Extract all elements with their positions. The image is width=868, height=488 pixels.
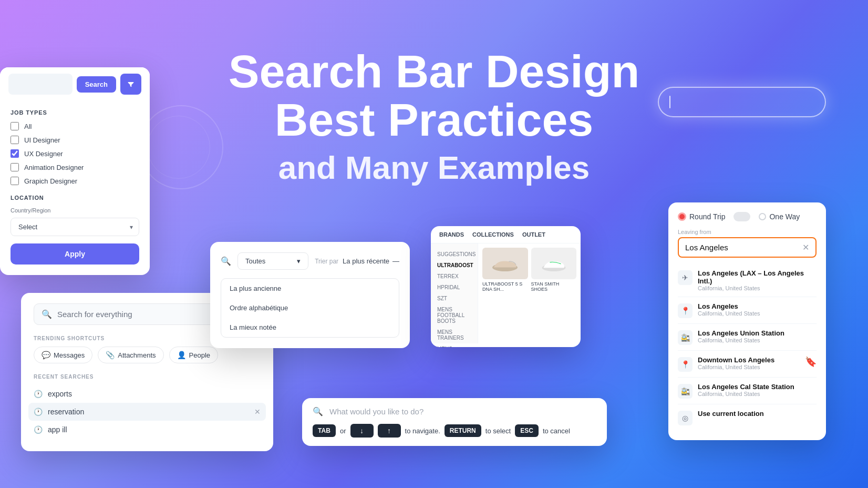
trier-par-label: Trier par	[315, 258, 338, 265]
hero-title-line3: and Many Examples	[229, 149, 640, 186]
result-cal-state-main: Los Angeles Cal State Station California…	[698, 383, 817, 397]
chip-attachments[interactable]: 📎 Attachments	[98, 347, 163, 363]
shoe-svg-1	[489, 253, 521, 274]
station-icon: 🚉	[678, 330, 693, 345]
tab-key: TAB	[313, 424, 336, 437]
command-input-row[interactable]: 🔍 What would you like to do?	[313, 406, 596, 416]
result-la-sub: California, United States	[698, 310, 817, 317]
checkbox-ux-input[interactable]	[11, 149, 19, 158]
apply-button[interactable]: Apply	[11, 243, 139, 265]
result-union-name: Los Angeles Union Station	[698, 329, 817, 337]
shop-nav-collections[interactable]: COLLECTIONS	[472, 231, 514, 238]
chip-messages[interactable]: 💬 Messages	[34, 347, 92, 363]
result-downtown-main: Downtown Los Angeles California, United …	[698, 356, 800, 370]
search-icon-cat: 🔍	[221, 256, 231, 266]
checkbox-graphic[interactable]: Grapich Designer	[11, 177, 139, 185]
result-la-name: Los Angeles	[698, 302, 817, 310]
result-downtown[interactable]: 📍 Downtown Los Angeles California, Unite…	[678, 351, 817, 378]
result-union-station[interactable]: 🚉 Los Angeles Union Station California, …	[678, 324, 817, 351]
product-image-1	[482, 248, 528, 279]
categories-card: 🔍 Toutes ▾ Trier par La plus récente — L…	[210, 242, 410, 348]
checkbox-all-input[interactable]	[11, 122, 19, 130]
result-location-name: Use current location	[698, 410, 817, 418]
checkbox-ui-input[interactable]	[11, 136, 19, 144]
checkbox-graphic-input[interactable]	[11, 177, 19, 185]
sidebar-suggestions[interactable]: SUGGESTIONS	[435, 249, 473, 260]
one-way-option[interactable]: One Way	[759, 212, 800, 221]
checkbox-ui-label: UI Designer	[24, 136, 60, 144]
sort-option-ancienne[interactable]: La plus ancienne	[221, 279, 399, 298]
command-placeholder: What would you like to do?	[329, 407, 423, 416]
circle-decoration-2	[147, 116, 210, 179]
shop-nav-brands[interactable]: BRANDS	[439, 231, 464, 238]
sort-current-value: La plus récente	[343, 257, 389, 265]
country-select[interactable]: Select	[11, 218, 139, 236]
hint-select: to select	[485, 427, 511, 435]
checkbox-animation[interactable]: Animation Designer	[11, 163, 139, 171]
checkbox-animation-input[interactable]	[11, 163, 19, 171]
shoe-svg-2	[538, 253, 570, 274]
leaving-input-wrapper[interactable]: Los Angeles ✕	[678, 237, 817, 258]
search-bar-mini[interactable]	[8, 74, 73, 95]
recent-item-appill[interactable]: 🕐 app ill	[34, 421, 261, 439]
product-stan-smith[interactable]: STAN SMITH SHOES	[531, 248, 577, 339]
sidebar-terrex[interactable]: TERREX	[435, 271, 473, 282]
cursor-blink	[669, 96, 670, 108]
radio-inactive-icon	[759, 213, 766, 220]
product-name-1: ULTRABOOST 5 S DNA SH...	[482, 281, 528, 292]
chip-people-label: People	[189, 351, 210, 359]
categories-all-label: Toutes	[245, 257, 265, 265]
filter-top-bar: Search	[0, 67, 150, 101]
result-union-main: Los Angeles Union Station California, Un…	[698, 329, 817, 343]
checkbox-all[interactable]: All	[11, 122, 139, 130]
hero-title-line1: Search Bar Design	[229, 47, 640, 96]
sort-option-alphabetique[interactable]: Ordre alphabétique	[221, 298, 399, 318]
checkbox-ux-designer[interactable]: UX Designer	[11, 149, 139, 158]
neon-search-bar[interactable]	[658, 87, 826, 117]
filter-body: JOB TYPES All UI Designer UX Designer An…	[0, 101, 150, 275]
sort-dropdown-list: La plus ancienne Ordre alphabétique La m…	[221, 278, 399, 338]
checkbox-animation-label: Animation Designer	[24, 164, 84, 171]
close-icon[interactable]: ✕	[254, 408, 261, 416]
recent-item-exports[interactable]: 🕐 exports	[34, 385, 261, 403]
radio-active-icon	[678, 212, 686, 221]
result-la-city[interactable]: 📍 Los Angeles California, United States	[678, 297, 817, 324]
bookmark-icon[interactable]: 🔖	[805, 356, 817, 368]
round-trip-option[interactable]: Round Trip	[678, 212, 725, 221]
hint-or: or	[340, 427, 346, 435]
sort-value[interactable]: La plus récente —	[343, 257, 399, 265]
result-lax-sub: California, United States	[698, 285, 817, 291]
categories-select[interactable]: Toutes ▾	[237, 252, 308, 270]
checkbox-graphic-label: Grapich Designer	[24, 177, 77, 185]
up-arrow-key: ↑	[378, 424, 401, 438]
toggle-switch[interactable]	[733, 212, 750, 221]
search-button[interactable]: Search	[77, 76, 116, 93]
sort-option-notee[interactable]: La mieux notée	[221, 318, 399, 337]
sidebar-ultraboost[interactable]: ULTRABOOST	[435, 260, 473, 271]
shop-nav-outlet[interactable]: OUTLET	[522, 231, 545, 238]
sidebar-trainers[interactable]: MENS TRAINERS	[435, 327, 473, 343]
recent-item-reservation[interactable]: 🕐 reservation ✕	[28, 403, 266, 421]
result-lax-main: Los Angeles (LAX – Los Angeles Intl.) Ca…	[698, 269, 817, 291]
clear-leaving-button[interactable]: ✕	[802, 242, 809, 252]
sidebar-szt[interactable]: SZT	[435, 293, 473, 304]
leaving-value-text: Los Angeles	[685, 243, 802, 252]
shop-sidebar: SUGGESTIONS ULTRABOOST TERREX HPRIDAL SZ…	[431, 243, 478, 343]
airport-icon: ✈	[678, 270, 693, 285]
clock-icon: 🕐	[34, 390, 43, 398]
chip-people[interactable]: 👤 People	[169, 347, 218, 363]
sidebar-hpridal[interactable]: HPRIDAL	[435, 282, 473, 293]
product-ultraboost[interactable]: ULTRABOOST 5 S DNA SH...	[482, 248, 528, 339]
sidebar-football[interactable]: MENS FOOTBALL BOOTS	[435, 304, 473, 327]
filter-icon-button[interactable]	[120, 74, 141, 95]
round-trip-label: Round Trip	[689, 212, 725, 221]
recent-exports-text: exports	[48, 390, 72, 398]
result-lax[interactable]: ✈ Los Angeles (LAX – Los Angeles Intl.) …	[678, 264, 817, 297]
result-cal-state[interactable]: 🚉 Los Angeles Cal State Station Californ…	[678, 378, 817, 404]
result-current-location[interactable]: ◎ Use current location	[678, 404, 817, 431]
search-icon: 🔍	[42, 309, 52, 319]
shop-nav: BRANDS COLLECTIONS OUTLET	[431, 226, 581, 243]
result-lax-name: Los Angeles (LAX – Los Angeles Intl.)	[698, 269, 817, 285]
checkbox-ui-designer[interactable]: UI Designer	[11, 136, 139, 144]
sidebar-outdoor[interactable]: MENS OUTDOOR MEN	[435, 343, 473, 347]
